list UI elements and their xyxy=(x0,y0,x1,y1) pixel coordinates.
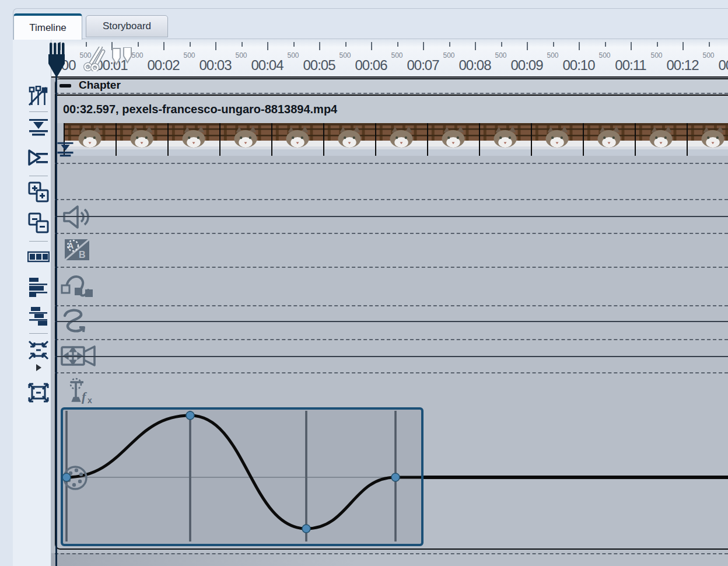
ruler-half-tick xyxy=(709,42,710,47)
curve-editor-selection[interactable] xyxy=(61,407,424,546)
split-marker-icon[interactable] xyxy=(111,47,134,69)
ruler-second-label: 00:05 xyxy=(303,57,335,74)
tabs-baseline xyxy=(13,39,728,39)
keyframe-point[interactable] xyxy=(186,411,194,420)
toolbar-separator xyxy=(29,176,48,176)
keyframe-handle-line[interactable] xyxy=(305,411,307,541)
rotation-curve-row-icon[interactable] xyxy=(62,309,90,337)
playhead-line[interactable] xyxy=(55,69,57,566)
volume-envelope-line[interactable] xyxy=(55,216,728,217)
insert-object-button[interactable] xyxy=(27,116,50,139)
ruler-second-label: 00:10 xyxy=(562,57,594,74)
ruler-second-label: 00:09 xyxy=(510,57,542,74)
clip-title: 00:32.597, pexels-francesco-ungaro-88138… xyxy=(56,103,337,116)
ruler-half-label: 500 xyxy=(495,51,506,60)
row-separator xyxy=(55,267,728,268)
clip-thumbnail xyxy=(636,123,688,156)
keyframe-curve[interactable] xyxy=(63,410,421,544)
align-objects-left-button[interactable] xyxy=(27,275,50,299)
keyframe-point[interactable] xyxy=(391,473,400,481)
clip-thumbnail xyxy=(532,123,584,156)
ruler-half-tick xyxy=(657,42,658,47)
envelope-continuation-line[interactable] xyxy=(422,476,728,479)
svg-text:f: f xyxy=(82,389,88,404)
timeline-toolbar xyxy=(13,40,51,566)
playhead-marker[interactable] xyxy=(48,43,65,81)
panzoom-envelope-line[interactable] xyxy=(55,356,728,357)
row-separator xyxy=(55,199,728,200)
movement-path-row-icon[interactable] xyxy=(61,272,93,302)
clip-thumbnail xyxy=(376,123,428,156)
clip-thumbnail xyxy=(584,123,636,156)
timeline-panel: Timeline Storyboard xyxy=(0,0,728,566)
clip-filmstrip[interactable] xyxy=(64,123,728,156)
text-effects-row-icon[interactable]: f x xyxy=(68,378,97,407)
ruler-half-label: 500 xyxy=(547,51,558,60)
ruler-second-label: 00:07 xyxy=(407,57,439,74)
pan-zoom-camera-row-icon[interactable] xyxy=(61,344,98,371)
ruler-half-tick xyxy=(138,42,139,47)
ruler-second-tick xyxy=(579,42,580,50)
filmstrip-view-button[interactable] xyxy=(27,245,50,268)
ruler-half-label: 500 xyxy=(339,51,351,60)
ruler-half-tick xyxy=(449,42,450,47)
ruler-second-tick xyxy=(163,42,164,50)
clip-top-border xyxy=(55,95,728,96)
ruler-half-tick xyxy=(293,42,295,47)
zoom-dropdown-arrow-icon[interactable] xyxy=(36,364,41,371)
ruler-second-label: 00:06 xyxy=(355,57,387,74)
transition-ab-row-icon[interactable]: A B xyxy=(64,239,90,263)
row-separator xyxy=(55,163,728,164)
keyframe-handle-line[interactable] xyxy=(189,411,191,541)
toolbar-separator xyxy=(29,333,48,334)
toolbar-separator xyxy=(29,241,48,242)
cut-cursor-icon[interactable] xyxy=(80,47,106,74)
clip-thumbnail xyxy=(272,123,324,156)
keyframe-curve-path[interactable] xyxy=(66,415,421,529)
rotation-envelope-line[interactable] xyxy=(55,321,728,322)
clip-thumbnail xyxy=(480,123,532,156)
track-bottom-strip xyxy=(51,553,728,566)
tab-storyboard[interactable]: Storyboard xyxy=(86,15,168,37)
chapter-header[interactable] xyxy=(56,79,728,93)
ruler-half-tick xyxy=(397,42,398,47)
group-zoom-in-button[interactable] xyxy=(27,180,50,204)
clip-header[interactable]: 00:32.597, pexels-francesco-ungaro-88138… xyxy=(56,96,728,123)
svg-text:x: x xyxy=(88,396,92,404)
row-separator xyxy=(55,93,728,94)
play-lines-icon xyxy=(28,149,49,168)
ruler-half-tick xyxy=(190,42,191,47)
svg-text:B: B xyxy=(79,250,86,260)
align-left-bars-icon xyxy=(29,277,48,297)
toolbar-separator xyxy=(29,111,48,112)
clip-thumbnail xyxy=(169,123,220,156)
insert-overlay-icon xyxy=(57,142,74,160)
clip-thumbnail xyxy=(117,123,169,156)
ruler-half-label: 500 xyxy=(235,51,247,60)
row-separator xyxy=(55,553,728,554)
audio-volume-row-icon[interactable] xyxy=(63,205,90,232)
cascade-objects-button[interactable] xyxy=(27,305,50,329)
filmstrip-icon xyxy=(27,249,50,264)
row-separator xyxy=(55,339,728,340)
append-object-button[interactable] xyxy=(27,147,50,170)
ruler-second-label: 00:13 xyxy=(718,57,728,74)
toggle-track-properties-button[interactable] xyxy=(27,85,50,108)
chapter-collapse-button[interactable] xyxy=(60,84,71,88)
ruler-half-tick xyxy=(345,42,346,47)
ruler-second-tick xyxy=(267,42,268,50)
ruler-second-tick xyxy=(371,42,372,50)
ruler-second-label: 00:03 xyxy=(199,57,231,74)
expand-timeline-zoom-button[interactable] xyxy=(27,381,50,404)
ruler-half-tick xyxy=(86,42,87,47)
row-separator xyxy=(55,233,728,234)
fit-timeline-zoom-button[interactable] xyxy=(27,338,50,362)
group-zoom-out-button[interactable] xyxy=(27,211,50,235)
ruler-half-tick xyxy=(553,42,554,47)
keyframe-point[interactable] xyxy=(63,473,71,481)
ruler-half-label: 500 xyxy=(702,51,714,60)
tab-timeline[interactable]: Timeline xyxy=(13,13,82,40)
ruler-half-label: 500 xyxy=(183,51,195,60)
keyframe-point[interactable] xyxy=(302,525,310,533)
timeline-ruler[interactable]: 00:0050000:0150000:0250000:0350000:04500… xyxy=(51,40,728,78)
